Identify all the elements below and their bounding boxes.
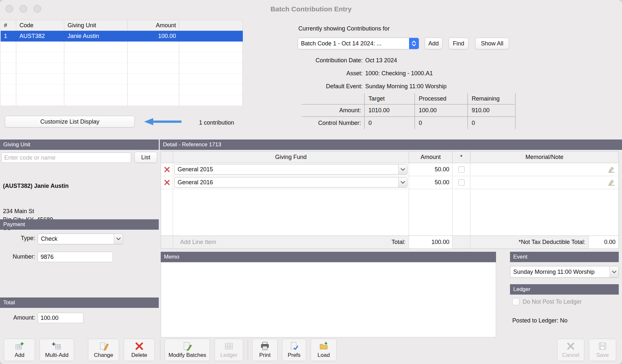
change-button[interactable]: Change <box>88 339 119 361</box>
summary-control-target: 0 <box>364 117 415 129</box>
note-stamp-icon[interactable] <box>608 179 615 188</box>
ledger-icon <box>224 341 234 351</box>
prefs-button[interactable]: Prefs <box>282 339 306 361</box>
default-event-label: Default Event: <box>298 83 363 90</box>
contribution-row-selected[interactable]: 1 AUST382 Janie Austin 100.00 <box>1 31 243 42</box>
payment-type-label: Type: <box>0 235 35 242</box>
contribution-date-value: Oct 13 2024 <box>365 57 397 64</box>
delete-icon <box>134 341 144 351</box>
giving-fund-select[interactable]: General 2016 <box>174 177 407 188</box>
detail-table-header: Giving Fund Amount * Memorial/Note <box>161 152 618 163</box>
empty-row <box>1 74 243 84</box>
giving-fund-select[interactable]: General 2015 <box>174 164 407 175</box>
detail-empty-area <box>161 189 618 236</box>
total-amount-input[interactable] <box>38 313 83 323</box>
ntd-checkbox[interactable] <box>458 179 465 186</box>
prefs-icon <box>289 341 299 351</box>
detail-col-memorial-note: Memorial/Note <box>470 152 618 163</box>
giving-unit-search-input[interactable] <box>1 152 131 163</box>
col-header-giving-unit: Giving Unit <box>64 20 128 30</box>
ntd-checkbox[interactable] <box>458 166 465 173</box>
total-amount-label: Amount: <box>0 314 35 321</box>
add-icon <box>15 341 24 351</box>
add-button[interactable]: Add <box>4 339 35 361</box>
summary-amount-remaining: 910.00 <box>467 104 516 117</box>
cancel-button[interactable]: Cancel <box>557 339 584 361</box>
summary-amount-label: Amount: <box>302 104 364 117</box>
asset-value: 1000: Checking - 1000.A1 <box>365 70 433 77</box>
delete-x-icon <box>164 179 170 186</box>
ledger-header: Ledger <box>510 284 619 295</box>
giving-unit-header: Giving Unit <box>0 140 159 150</box>
payment-number-label: Number: <box>0 253 35 260</box>
summary-control-label: Control Number: <box>302 117 364 129</box>
batch-select[interactable]: Batch Code 1 - Oct 14 2024: ... <box>298 38 419 49</box>
delete-line-button[interactable] <box>161 163 173 176</box>
col-header-amount: Amount <box>128 20 179 30</box>
giving-fund-value: General 2016 <box>175 177 398 187</box>
save-button[interactable]: Save <box>589 339 616 361</box>
window-title: Batch Contribution Entry <box>0 0 622 18</box>
toolbar-divider <box>248 340 248 360</box>
total-row-spacer <box>453 236 470 249</box>
contributions-list: # Code Giving Unit Amount 1 AUST382 Jani… <box>1 20 243 106</box>
batch-show-all-button[interactable]: Show All <box>475 38 509 49</box>
summary-control-processed: 0 <box>415 117 467 129</box>
batch-heading: Currently showing Contributions for <box>298 24 390 33</box>
line-amount[interactable]: 50.00 <box>409 176 453 189</box>
do-not-post-checkbox[interactable] <box>512 298 519 305</box>
fund-cell: General 2016 <box>173 176 409 189</box>
note-stamp-icon[interactable] <box>608 166 615 175</box>
window-controls <box>6 5 41 13</box>
customize-list-display-button[interactable]: Customize List Display <box>5 116 135 127</box>
chevron-down-icon <box>610 266 618 277</box>
titlebar: Batch Contribution Entry <box>0 0 622 18</box>
modify-batches-button[interactable]: Modify Batches <box>165 339 210 361</box>
event-select[interactable]: Sunday Morning 11:00 Worship <box>510 266 619 278</box>
do-not-post-label: Do Not Post To Ledger <box>523 298 582 305</box>
detail-total-label: Total: <box>392 236 405 249</box>
delete-button[interactable]: Delete <box>124 339 155 361</box>
memorial-note-cell[interactable] <box>470 176 618 189</box>
detail-col-ntd: * <box>453 152 470 163</box>
multi-add-button[interactable]: Multi-Add <box>40 339 74 361</box>
payment-type-select[interactable]: Check <box>38 234 123 244</box>
detail-line-row: General 2015 50.00 <box>161 163 618 176</box>
line-amount[interactable]: 50.00 <box>409 163 453 176</box>
delete-line-button[interactable] <box>161 176 173 189</box>
ledger-button[interactable]: Ledger <box>215 339 243 361</box>
close-button[interactable] <box>6 5 13 13</box>
empty-row <box>1 63 243 74</box>
detail-col-delete <box>161 152 173 163</box>
batch-add-button[interactable]: Add <box>425 38 442 49</box>
detail-line-row: General 2016 50.00 <box>161 176 618 189</box>
multi-add-icon <box>52 341 62 351</box>
chevron-down-icon <box>398 164 407 174</box>
delete-x-icon <box>164 166 170 173</box>
summary-col-processed: Processed <box>415 93 467 104</box>
zoom-button[interactable] <box>33 5 41 13</box>
load-button[interactable]: Load <box>311 339 337 361</box>
event-value: Sunday Morning 11:00 Worship <box>510 266 610 277</box>
memorial-note-cell[interactable] <box>470 163 618 176</box>
field-default-event: Default Event: Sunday Morning 11:00 Wors… <box>298 82 446 91</box>
giving-unit-list-button[interactable]: List <box>134 152 157 163</box>
print-icon <box>260 341 270 351</box>
memo-textarea[interactable] <box>161 262 496 337</box>
batch-summary-table: Target Processed Remaining Amount: 1010.… <box>302 93 516 129</box>
ntd-total-value: 0.00 <box>589 236 618 249</box>
payment-number-input[interactable] <box>38 252 113 262</box>
print-button[interactable]: Print <box>252 339 278 361</box>
ntd-total-label: *Not Tax Deductible Total: <box>470 236 589 249</box>
toolbar-divider <box>160 340 160 360</box>
posted-to-ledger-status: Posted to Ledger: No <box>512 317 567 324</box>
cell-num: 1 <box>1 31 16 42</box>
col-header-num: # <box>1 20 16 30</box>
minimize-button[interactable] <box>19 5 27 13</box>
summary-corner-cell <box>302 93 364 104</box>
batch-find-button[interactable]: Find <box>449 38 468 49</box>
chevron-up-down-icon <box>409 38 419 49</box>
change-icon <box>99 341 108 351</box>
cell-code: AUST382 <box>16 31 64 42</box>
add-line-item-button[interactable]: Add Line Item <box>180 236 216 249</box>
